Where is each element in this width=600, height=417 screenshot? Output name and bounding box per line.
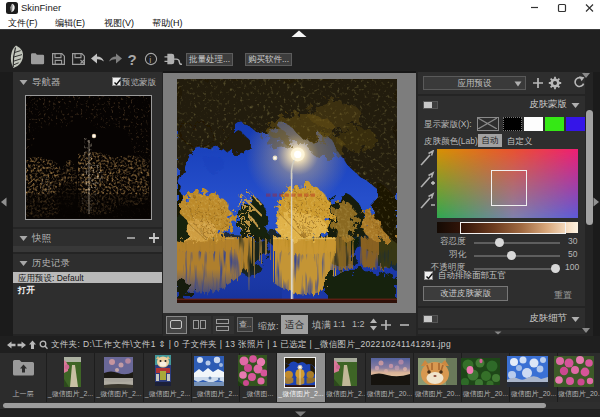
svg-text:?: ? <box>128 51 137 68</box>
svg-text:i: i <box>149 55 151 65</box>
